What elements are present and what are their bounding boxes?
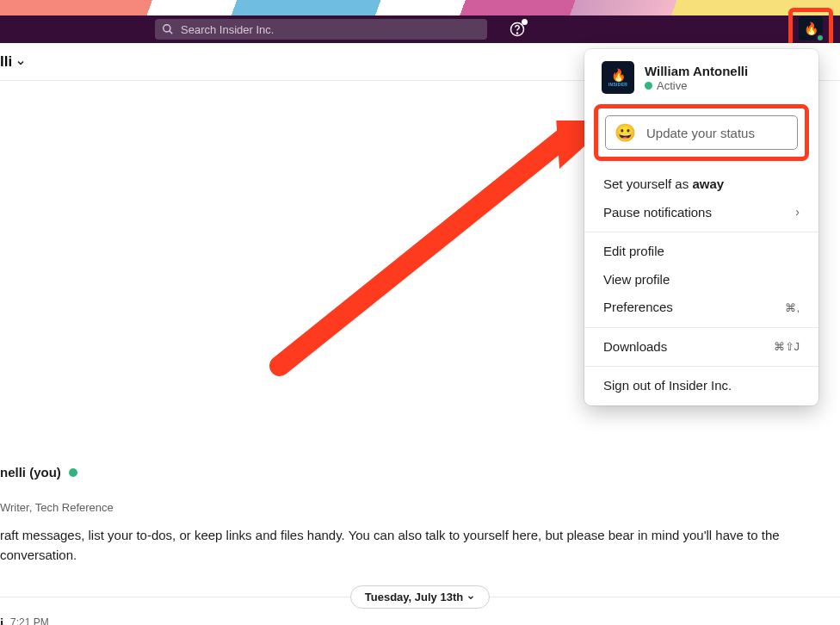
search-input[interactable]: Search Insider Inc. — [155, 19, 487, 40]
search-placeholder: Search Insider Inc. — [181, 23, 274, 36]
presence-dot-icon — [69, 468, 77, 477]
message-timestamp: 7:21 PM — [10, 616, 49, 625]
channel-name-button[interactable]: lli — [0, 53, 26, 71]
dm-self-name: nelli (you) — [0, 465, 61, 480]
dm-self-name-row: nelli (you) — [0, 465, 77, 480]
status-dot-icon — [645, 82, 652, 90]
edit-profile-item[interactable]: Edit profile — [584, 238, 818, 266]
smile-emoji-icon: 😀 — [615, 122, 636, 143]
app-header: Search Insider Inc. 🔥 — [0, 15, 840, 43]
chevron-down-icon — [15, 58, 26, 68]
date-divider: Tuesday, July 13th — [0, 585, 840, 609]
svg-line-5 — [280, 129, 575, 366]
dm-self-title: Writer, Tech Reference — [0, 501, 114, 514]
search-icon — [162, 23, 174, 35]
update-status-button[interactable]: 😀 Update your status — [605, 115, 798, 150]
preferences-shortcut: ⌘, — [785, 300, 800, 317]
status-placeholder: Update your status — [646, 126, 755, 140]
annotation-status-highlight: 😀 Update your status — [594, 104, 809, 161]
preferences-item[interactable]: Preferences ⌘, — [584, 294, 818, 322]
set-away-item[interactable]: Set yourself as away — [584, 170, 818, 199]
avatar-flame-icon: 🔥 — [611, 68, 626, 82]
date-pill-button[interactable]: Tuesday, July 13th — [350, 585, 490, 609]
svg-point-0 — [164, 25, 170, 32]
profile-header: 🔥 INSIDER William Antonelli Active — [584, 49, 818, 104]
downloads-item[interactable]: Downloads ⌘⇧J — [584, 333, 818, 362]
help-badge — [522, 19, 528, 25]
message-author: i — [0, 616, 3, 625]
svg-line-1 — [170, 31, 173, 34]
sign-out-item[interactable]: Sign out of Insider Inc. — [584, 372, 818, 400]
profile-menu: 🔥 INSIDER William Antonelli Active 😀 Upd… — [584, 49, 818, 405]
chevron-right-icon: › — [795, 203, 800, 221]
help-button[interactable] — [510, 22, 525, 37]
avatar-label: INSIDER — [608, 82, 627, 87]
annotation-arrow — [267, 121, 611, 387]
downloads-shortcut: ⌘⇧J — [774, 338, 800, 356]
svg-point-3 — [516, 33, 517, 34]
dm-self-description: raft messages, list your to-dos, or keep… — [0, 525, 792, 566]
profile-name: William Antonelli — [645, 64, 748, 78]
desktop-background — [0, 0, 840, 17]
chevron-down-icon — [466, 593, 475, 602]
profile-status: Active — [645, 79, 748, 92]
view-profile-item[interactable]: View profile — [584, 266, 818, 294]
pause-notifications-item[interactable]: Pause notifications › — [584, 199, 818, 227]
profile-avatar: 🔥 INSIDER — [602, 61, 634, 94]
